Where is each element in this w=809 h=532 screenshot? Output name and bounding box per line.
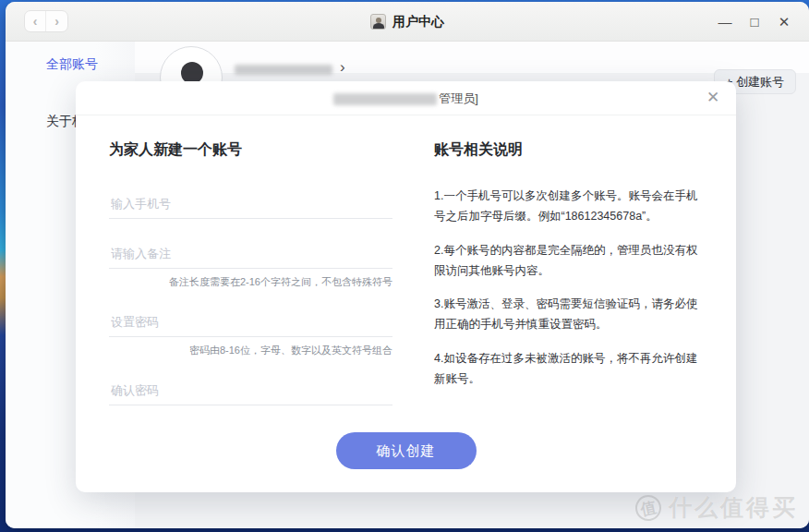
close-icon: ✕	[706, 88, 719, 107]
remark-field-wrap: 备注长度需要在2-16个字符之间，不包含特殊符号	[109, 241, 392, 289]
info-paragraph-4: 4.如设备存在过多未被激活的账号，将不再允许创建新账号。	[434, 348, 702, 390]
account-info-panel: 账号相关说明 1.一个手机号可以多次创建多个账号。账号会在手机号之后加字母后缀。…	[434, 140, 702, 389]
confirm-create-button[interactable]: 确认创建	[336, 432, 477, 469]
masked-account-name	[235, 65, 332, 75]
form-heading: 为家人新建一个账号	[109, 140, 392, 160]
minimize-button[interactable]: —	[715, 12, 735, 32]
app-window: ‹ › 用户中心 — □ ✕ 全部账号 关于极 › + 创建账号	[6, 2, 809, 528]
title-bar: ‹ › 用户中心 — □ ✕	[6, 2, 809, 42]
phone-input[interactable]	[109, 191, 392, 219]
maximize-button[interactable]: □	[744, 12, 765, 32]
window-title-area: 用户中心	[370, 2, 444, 42]
nav-button-group: ‹ ›	[24, 10, 68, 32]
window-controls: — □ ✕	[715, 2, 794, 42]
new-account-form: 为家人新建一个账号 备注长度需要在2-16个字符之间，不包含特殊符号 密码由8-…	[109, 140, 392, 405]
remark-input[interactable]	[109, 241, 392, 269]
nav-back-button[interactable]: ‹	[25, 11, 46, 31]
password-hint: 密码由8-16位，字母、数字以及英文符号组合	[109, 344, 392, 357]
info-paragraph-3: 3.账号激活、登录、密码需要短信验证码，请务必使用正确的手机号并慎重设置密码。	[434, 294, 702, 335]
modal-close-button[interactable]: ✕	[703, 87, 723, 107]
user-avatar-icon	[370, 14, 386, 30]
modal-header-text: 管理员]	[439, 91, 478, 107]
password-input[interactable]	[109, 309, 392, 337]
masked-admin-name	[333, 93, 437, 105]
create-account-modal: 管理员] ✕ 为家人新建一个账号 备注长度需要在2-16个字符之间，不包含特殊符…	[76, 81, 736, 492]
confirm-password-field-wrap	[109, 378, 392, 405]
info-heading: 账号相关说明	[434, 140, 702, 160]
sidebar-item-all-accounts[interactable]: 全部账号	[6, 56, 135, 73]
modal-header: 管理员] ✕	[76, 81, 736, 115]
phone-field-wrap	[109, 191, 392, 219]
confirm-password-input[interactable]	[109, 378, 392, 405]
chevron-right-icon: ›	[54, 14, 59, 29]
remark-hint: 备注长度需要在2-16个字符之间，不包含特殊符号	[109, 275, 392, 289]
close-button[interactable]: ✕	[774, 12, 794, 32]
nav-forward-button[interactable]: ›	[46, 11, 67, 31]
info-paragraph-2: 2.每个账号的内容都是完全隔绝的，管理员也没有权限访问其他账号内容。	[434, 240, 702, 282]
password-field-wrap: 密码由8-16位，字母、数字以及英文符号组合	[109, 309, 392, 357]
chevron-left-icon: ‹	[33, 14, 38, 29]
window-title: 用户中心	[392, 14, 444, 30]
info-paragraph-1: 1.一个手机号可以多次创建多个账号。账号会在手机号之后加字母后缀。例如“1861…	[434, 186, 702, 227]
account-chevron-icon[interactable]: ›	[340, 58, 345, 77]
